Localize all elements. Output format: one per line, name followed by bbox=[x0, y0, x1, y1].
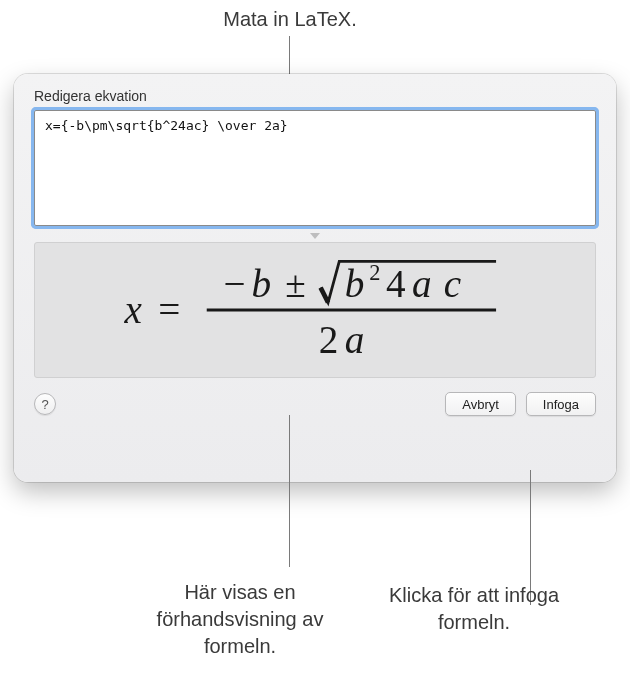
help-icon: ? bbox=[41, 397, 48, 412]
svg-text:a: a bbox=[412, 262, 432, 305]
svg-text:=: = bbox=[158, 288, 180, 331]
svg-text:±: ± bbox=[285, 264, 306, 305]
svg-text:x: x bbox=[124, 288, 143, 331]
svg-text:2: 2 bbox=[319, 318, 339, 361]
latex-input[interactable] bbox=[34, 110, 596, 226]
svg-text:2: 2 bbox=[369, 260, 380, 285]
insert-button[interactable]: Infoga bbox=[526, 392, 596, 416]
callout-preview: Här visas en förhandsvisning av formeln. bbox=[140, 579, 340, 660]
resize-grip-icon[interactable] bbox=[310, 233, 320, 239]
formula-preview: x = − b ± b 2 4 a c 2 a bbox=[34, 242, 596, 378]
callout-input: Mata in LaTeX. bbox=[150, 6, 430, 33]
svg-text:−: − bbox=[224, 262, 246, 305]
svg-text:b: b bbox=[252, 262, 272, 305]
help-button[interactable]: ? bbox=[34, 393, 56, 415]
svg-text:4: 4 bbox=[386, 262, 406, 305]
cancel-button[interactable]: Avbryt bbox=[445, 392, 516, 416]
rendered-formula: x = − b ± b 2 4 a c 2 a bbox=[119, 254, 511, 366]
equation-dialog: Redigera ekvation x = − b ± b 2 4 a c 2 … bbox=[14, 74, 616, 482]
svg-text:c: c bbox=[444, 262, 461, 305]
dialog-title: Redigera ekvation bbox=[34, 88, 596, 104]
dialog-button-row: ? Avbryt Infoga bbox=[34, 392, 596, 416]
svg-text:a: a bbox=[345, 318, 365, 361]
leader-line-bottom-left bbox=[289, 415, 290, 567]
callout-insert: Klicka för att infoga formeln. bbox=[374, 582, 574, 636]
svg-text:b: b bbox=[345, 262, 365, 305]
